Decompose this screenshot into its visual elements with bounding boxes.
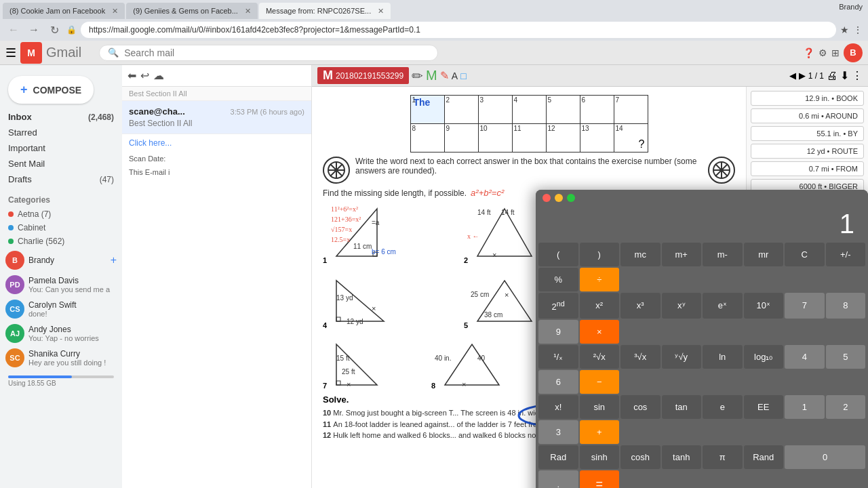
calc-rad[interactable]: Rad <box>538 445 578 469</box>
calc-percent[interactable]: % <box>538 268 578 291</box>
calc-tanh[interactable]: tanh <box>662 445 702 469</box>
tab-2-close[interactable]: ✕ <box>245 7 251 16</box>
calc-5[interactable]: 5 <box>826 345 866 369</box>
sidebar-item-inbox[interactable]: Inbox (2,468) <box>0 109 122 125</box>
sidebar-cat-cabinet[interactable]: Cabinet <box>0 221 122 235</box>
calc-2[interactable]: 2 <box>826 395 866 419</box>
text-tool[interactable]: A <box>452 70 458 81</box>
contact-shanika[interactable]: SC Shanika Curry Hey are you still doing… <box>0 346 122 370</box>
compose-button[interactable]: + COMPOSE <box>8 76 94 104</box>
calc-sinh[interactable]: sinh <box>580 445 620 469</box>
more-icon[interactable]: ⋮ <box>853 24 863 35</box>
calc-ln[interactable]: ln <box>703 345 743 369</box>
calc-2nd[interactable]: 2nd <box>538 293 578 319</box>
calc-sqrt2[interactable]: ²√x <box>580 345 620 369</box>
calc-xy[interactable]: xʸ <box>662 293 702 319</box>
user-avatar[interactable]: B <box>844 43 863 62</box>
download-icon[interactable]: ⬇ <box>840 69 849 82</box>
calc-1x[interactable]: ¹/ₓ <box>538 345 578 369</box>
more-options-icon[interactable]: ⋮ <box>852 69 863 82</box>
calc-mplus[interactable]: m+ <box>662 243 702 266</box>
calc-3[interactable]: 3 <box>538 420 578 444</box>
contact-pamela[interactable]: PD Pamela Davis You: Can you send me a <box>0 272 122 297</box>
calc-x2[interactable]: x² <box>580 293 620 319</box>
apps-icon[interactable]: ⊞ <box>831 47 840 58</box>
calc-multiply[interactable]: × <box>580 320 620 344</box>
back-button[interactable]: ← <box>5 22 22 38</box>
sidebar-item-starred[interactable]: Starred <box>0 125 122 140</box>
shape-tool[interactable]: □ <box>460 70 466 81</box>
contact-andy[interactable]: AJ Andy Jones You: Yap - no worries <box>0 321 122 346</box>
calc-open-paren[interactable]: ( <box>538 243 578 266</box>
calc-mminus[interactable]: m- <box>703 243 743 266</box>
brandy-add-icon[interactable]: + <box>111 254 117 266</box>
calc-factorial[interactable]: x! <box>538 395 578 419</box>
calc-8[interactable]: 8 <box>826 293 866 319</box>
calc-10x[interactable]: 10ˣ <box>744 293 784 319</box>
email-list-archive[interactable]: ↩ <box>140 69 149 82</box>
calc-pi[interactable]: π <box>703 445 743 469</box>
click-here-notice[interactable]: Click here... <box>122 134 311 152</box>
tab-2[interactable]: (9) Geniies & Gems on Faceb... ✕ <box>126 3 258 19</box>
calc-mr[interactable]: mr <box>744 243 784 266</box>
calc-close-paren[interactable]: ) <box>580 243 620 266</box>
email-list-back[interactable]: ⬅ <box>127 69 136 82</box>
calc-7[interactable]: 7 <box>785 293 825 319</box>
calc-1[interactable]: 1 <box>785 395 825 419</box>
calc-ee[interactable]: EE <box>744 395 784 419</box>
calc-0[interactable]: 0 <box>785 445 865 469</box>
contact-carolyn[interactable]: CS Carolyn Swift done! <box>0 297 122 321</box>
sidebar-item-sent[interactable]: Sent Mail <box>0 156 122 171</box>
page-prev[interactable]: ◀ <box>789 70 796 81</box>
calc-x3[interactable]: x³ <box>620 293 660 319</box>
calc-equals[interactable]: = <box>580 470 620 488</box>
forward-button[interactable]: → <box>26 22 42 38</box>
calc-c[interactable]: C <box>785 243 825 266</box>
sidebar-item-drafts[interactable]: Drafts (47) <box>0 171 122 187</box>
calc-minimize-dot[interactable] <box>555 194 563 202</box>
sidebar-cat-aetna[interactable]: Aetna (7) <box>0 207 122 221</box>
calc-sqrty[interactable]: ʸ√y <box>662 345 702 369</box>
gmail-search-input[interactable] <box>124 47 429 58</box>
calc-plus[interactable]: + <box>580 420 620 444</box>
marker-tool[interactable]: ✎ <box>440 69 449 82</box>
tab-3-close[interactable]: ✕ <box>378 7 384 16</box>
calc-6[interactable]: 6 <box>538 370 578 394</box>
calc-mc[interactable]: mc <box>620 243 660 266</box>
email-item-1[interactable]: scane@cha... 3:53 PM (6 hours ago) Best … <box>122 101 311 134</box>
calc-tan[interactable]: tan <box>662 395 702 419</box>
calc-sqrt3[interactable]: ³√x <box>620 345 660 369</box>
calc-ex[interactable]: eˣ <box>703 293 743 319</box>
calc-4[interactable]: 4 <box>785 345 825 369</box>
email-list-more[interactable]: ☁ <box>153 69 164 82</box>
sidebar-item-important[interactable]: Important <box>0 140 122 156</box>
highlight-tool[interactable]: M <box>426 68 437 83</box>
calc-minus[interactable]: − <box>580 370 620 394</box>
calc-cosh[interactable]: cosh <box>620 445 660 469</box>
bookmark-icon[interactable]: ★ <box>840 24 849 35</box>
calc-cos[interactable]: cos <box>620 395 660 419</box>
print-icon[interactable]: 🖨 <box>827 70 837 82</box>
tab-3[interactable]: Message from: RNPC0267SE... ✕ <box>259 3 391 19</box>
calc-rand[interactable]: Rand <box>744 445 784 469</box>
page-next[interactable]: ▶ <box>799 70 806 81</box>
settings-icon[interactable]: ⚙ <box>818 47 827 58</box>
calc-plusminus[interactable]: +/- <box>826 243 866 266</box>
calc-e[interactable]: e <box>703 395 743 419</box>
sidebar-cat-charlie[interactable]: Charlie (562) <box>0 235 122 248</box>
calc-dot[interactable]: . <box>538 470 578 488</box>
hamburger-menu[interactable]: ☰ <box>5 45 16 60</box>
refresh-button[interactable]: ↻ <box>46 22 62 38</box>
calc-close-dot[interactable] <box>542 194 551 202</box>
calc-maximize-dot[interactable] <box>567 194 575 202</box>
calc-divide[interactable]: ÷ <box>580 268 620 291</box>
address-input[interactable] <box>81 22 836 38</box>
calc-9[interactable]: 9 <box>538 320 578 344</box>
tab-1[interactable]: (8) Cookie Jam on Facebook ✕ <box>3 3 125 19</box>
calc-sin[interactable]: sin <box>580 395 620 419</box>
calc-log10[interactable]: log₁₀ <box>744 345 784 369</box>
contact-brandy[interactable]: B Brandy + <box>0 248 122 272</box>
help-icon[interactable]: ❓ <box>803 47 814 58</box>
pen-tool[interactable]: ✏ <box>412 68 423 84</box>
tab-1-close[interactable]: ✕ <box>112 7 118 16</box>
